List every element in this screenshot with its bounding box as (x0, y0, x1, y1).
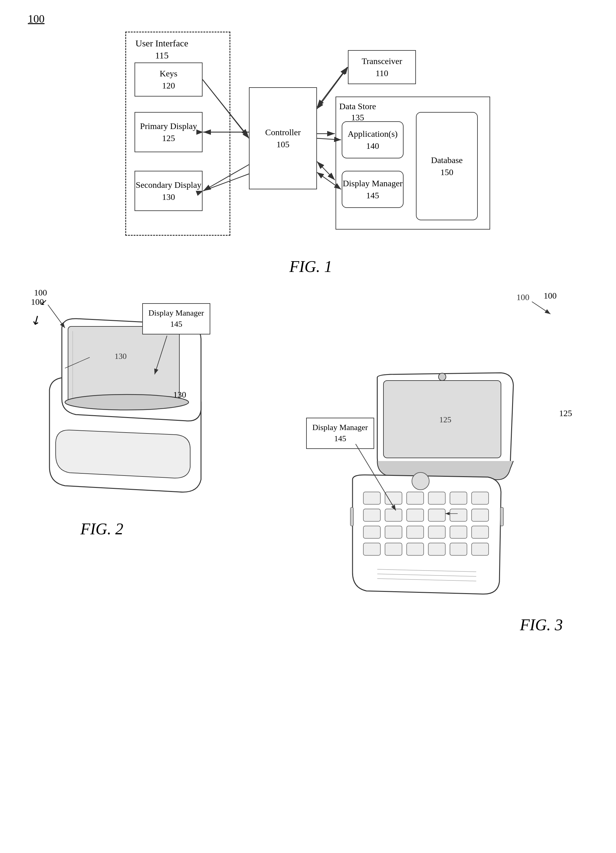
svg-rect-55 (500, 507, 504, 526)
svg-rect-33 (450, 492, 467, 504)
keys-box: Keys 120 (135, 62, 203, 97)
svg-line-65 (532, 302, 551, 314)
svg-rect-48 (385, 543, 402, 556)
svg-text:125: 125 (439, 415, 451, 424)
fig1-section: 100 User Interface 115 Keys 120 Primary … (25, 12, 597, 276)
svg-rect-49 (407, 543, 424, 556)
svg-rect-47 (363, 543, 380, 556)
svg-rect-18 (68, 326, 179, 404)
fig2-100-ref: 100 (31, 297, 44, 307)
svg-rect-51 (450, 543, 467, 556)
fig3-125-label: 125 (559, 408, 572, 418)
svg-rect-32 (428, 492, 445, 504)
display-manager-box-diagram: Display Manager 145 (342, 171, 404, 208)
diagram-area: User Interface 115 Keys 120 Primary Disp… (125, 32, 496, 248)
fig2-ref-100: 100 (34, 288, 47, 297)
svg-rect-46 (472, 526, 489, 538)
svg-text:130: 130 (115, 352, 127, 361)
fig3-area: 100 125 (297, 371, 575, 634)
fig1-ref-label: 100 (28, 12, 597, 25)
svg-point-27 (439, 373, 446, 381)
fig3-100-label: 100 (513, 294, 560, 320)
svg-rect-44 (428, 526, 445, 538)
svg-rect-38 (428, 509, 445, 521)
fig3-display-manager-callout: Display Manager 145 (306, 418, 374, 449)
fig2-130-ref: 130 (173, 390, 186, 400)
ui-label: User Interface 115 (135, 37, 188, 61)
svg-rect-37 (407, 509, 424, 521)
fig3-phone-svg: 125 (315, 371, 526, 613)
fig2-display-manager-callout: Display Manager 145 (142, 303, 210, 334)
primary-display-box: Primary Display 125 (135, 112, 203, 152)
fig2-area: 100 ↙ 130 Display Manager 145 (25, 278, 278, 538)
svg-rect-45 (450, 526, 467, 538)
svg-rect-39 (450, 509, 467, 521)
fig23-section: 100 ↙ 130 Display Manager 145 (25, 278, 597, 634)
svg-rect-30 (385, 492, 402, 504)
svg-rect-50 (428, 543, 445, 556)
applications-box: Application(s) 140 (342, 121, 404, 158)
svg-rect-35 (363, 509, 380, 521)
controller-box: Controller 105 (249, 87, 317, 189)
svg-rect-41 (363, 526, 380, 538)
fig3-caption: FIG. 3 (297, 616, 563, 634)
svg-line-9 (317, 161, 335, 180)
svg-rect-29 (363, 492, 380, 504)
svg-rect-42 (385, 526, 402, 538)
svg-text:100: 100 (516, 294, 530, 302)
fig1-caption: FIG. 1 (25, 257, 597, 276)
svg-point-53 (412, 472, 429, 490)
transceiver-box: Transceiver 110 (348, 50, 416, 84)
datastore-label: Data Store 135 (339, 101, 376, 123)
svg-rect-34 (472, 492, 489, 504)
svg-rect-36 (385, 509, 402, 521)
fig3-100-arrow: 100 (513, 294, 560, 319)
fig2-caption: FIG. 2 (80, 520, 278, 538)
secondary-display-box: Secondary Display 130 (135, 171, 203, 211)
svg-rect-52 (472, 543, 489, 556)
svg-rect-40 (472, 509, 489, 521)
svg-rect-54 (350, 507, 353, 526)
svg-rect-43 (407, 526, 424, 538)
database-box: Database 150 (416, 112, 478, 220)
svg-point-20 (65, 395, 189, 410)
svg-rect-31 (407, 492, 424, 504)
